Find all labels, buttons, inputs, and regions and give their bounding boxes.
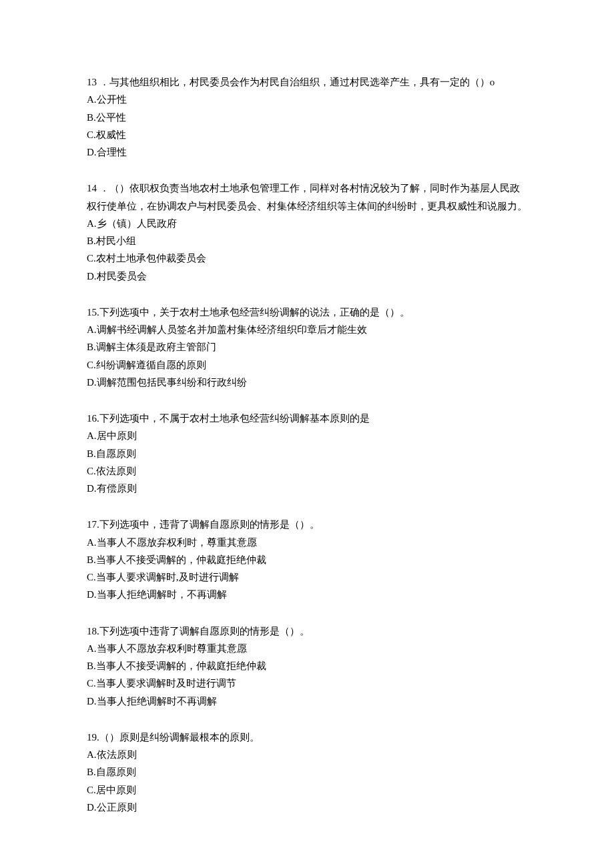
question-stem: 19.（）原则是纠纷调解最根本的原则。 <box>87 729 527 746</box>
question-option: D.有偿原则 <box>87 480 527 497</box>
document-content: 13 ．与其他组织相比，村民委员会作为村民自治组织，通过村民选举产生，具有一定的… <box>87 73 527 816</box>
question-option: D.合理性 <box>87 143 527 161</box>
question-text: 下列选项中，不属于农村土地承包经营纠纷调解基本原则的是 <box>99 413 370 424</box>
question-text: ．与其他组织相比，村民委员会作为村民自治组织，通过村民选举产生，具有一定的（）o <box>97 77 495 87</box>
question-block: 18.下列选项中违背了调解自愿原则的情形是（）。A.当事人不愿放弃权利时尊重其意… <box>87 622 527 710</box>
question-option: C.农村土地承包仲裁委员会 <box>87 250 527 267</box>
question-text: 下列选项中，违背了调解自愿原则的情形是（）。 <box>99 519 320 530</box>
question-stem: 18.下列选项中违背了调解自愿原则的情形是（）。 <box>87 622 527 640</box>
question-option: A.乡（镇）人民政府 <box>87 215 527 232</box>
question-option: C.纠纷调解遵循自愿的原则 <box>87 356 527 374</box>
question-option: B.自愿原则 <box>87 763 527 781</box>
question-option: A.公开性 <box>87 91 527 108</box>
question-option: B.公平性 <box>87 109 527 126</box>
question-text: （）原则是纠纷调解最根本的原则。 <box>99 732 260 743</box>
question-option: A.居中原则 <box>87 427 527 444</box>
question-option: C.居中原则 <box>87 781 527 799</box>
question-stem: 14 ．（）依职权负责当地农村土地承包管理工作，同样对各村情况较为了解，同时作为… <box>87 179 527 215</box>
question-text: ．（）依职权负责当地农村土地承包管理工作，同样对各村情况较为了解，同时作为基层人… <box>87 183 527 211</box>
question-text: 下列选项中违背了调解自愿原则的情形是（）。 <box>99 626 310 636</box>
question-stem: 16.下列选项中，不属于农村土地承包经营纠纷调解基本原则的是 <box>87 410 527 427</box>
question-number: 14 <box>87 183 97 193</box>
question-text: 下列选项中，关于农村土地承包经营纠纷调解的说法，正确的是（）。 <box>99 307 410 318</box>
question-stem: 13 ．与其他组织相比，村民委员会作为村民自治组织，通过村民选举产生，具有一定的… <box>87 73 527 91</box>
question-option: D.公正原则 <box>87 799 527 816</box>
question-number: 18. <box>87 626 99 636</box>
question-stem: 15.下列选项中，关于农村土地承包经营纠纷调解的说法，正确的是（）。 <box>87 304 527 321</box>
question-number: 16. <box>87 413 99 424</box>
question-option: C.依法原则 <box>87 462 527 480</box>
question-option: D.调解范围包括民事纠纷和行政纠纷 <box>87 374 527 391</box>
question-option: C.当事人要求调解时,及时进行调解 <box>87 568 527 586</box>
question-stem: 17.下列选项中，违背了调解自愿原则的情形是（）。 <box>87 516 527 533</box>
question-block: 14 ．（）依职权负责当地农村土地承包管理工作，同样对各村情况较为了解，同时作为… <box>87 179 527 285</box>
question-block: 13 ．与其他组织相比，村民委员会作为村民自治组织，通过村民选举产生，具有一定的… <box>87 73 527 161</box>
question-option: A.当事人不愿放弃权利时尊重其意愿 <box>87 640 527 657</box>
question-option: B.村民小组 <box>87 232 527 250</box>
question-block: 15.下列选项中，关于农村土地承包经营纠纷调解的说法，正确的是（）。A.调解书经… <box>87 304 527 391</box>
question-number: 17. <box>87 519 99 530</box>
question-option: A.当事人不愿放弃权利时，尊重其意愿 <box>87 534 527 551</box>
question-number: 15. <box>87 307 99 318</box>
question-block: 19.（）原则是纠纷调解最根本的原则。A.依法原则B.自愿原则C.居中原则D.公… <box>87 729 527 816</box>
question-number: 19. <box>87 732 99 743</box>
question-option: B.当事人不接受调解的，仲裁庭拒绝仲裁 <box>87 551 527 568</box>
question-option: B.自愿原则 <box>87 445 527 462</box>
question-option: C.权威性 <box>87 126 527 143</box>
question-option: A.调解书经调解人员签名并加盖村集体经济组织印章后才能生效 <box>87 321 527 338</box>
question-option: D.村民委员会 <box>87 268 527 285</box>
question-block: 16.下列选项中，不属于农村土地承包经营纠纷调解基本原则的是A.居中原则B.自愿… <box>87 410 527 497</box>
question-block: 17.下列选项中，违背了调解自愿原则的情形是（）。A.当事人不愿放弃权利时，尊重… <box>87 516 527 603</box>
question-option: B.调解主体须是政府主管部门 <box>87 338 527 356</box>
question-option: D.当事人拒绝调解时，不再调解 <box>87 586 527 603</box>
question-option: D.当事人拒绝调解时不再调解 <box>87 693 527 710</box>
question-option: B.当事人不接受调解的，仲裁庭拒绝仲裁 <box>87 657 527 675</box>
question-option: A.依法原则 <box>87 746 527 763</box>
question-number: 13 <box>87 77 97 87</box>
question-option: C.当事人要求调解时及时进行调节 <box>87 675 527 692</box>
